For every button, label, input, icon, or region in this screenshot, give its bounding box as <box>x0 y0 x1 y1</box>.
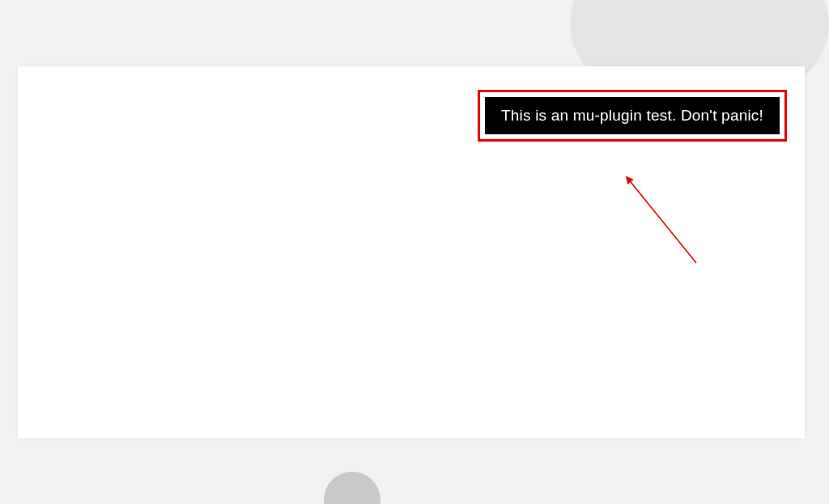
annotation-highlight-box: This is an mu-plugin test. Don't panic! <box>478 90 787 142</box>
mu-plugin-notice: This is an mu-plugin test. Don't panic! <box>485 97 780 134</box>
svg-line-1 <box>627 178 696 263</box>
annotation-arrow-icon <box>619 170 725 275</box>
decorative-circle-bottom <box>324 472 380 504</box>
